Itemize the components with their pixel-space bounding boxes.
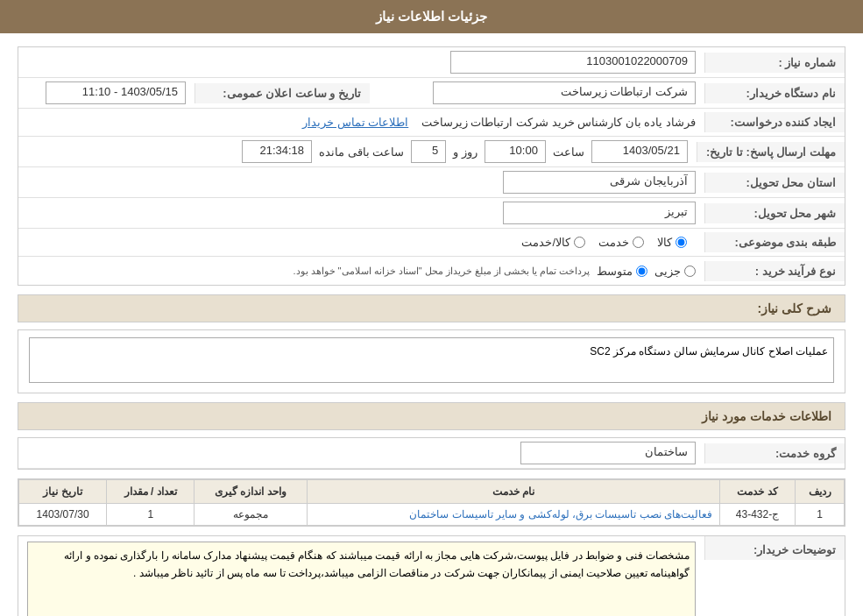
category-kala-khedmat-item: کالا/خدمت: [521, 236, 585, 249]
cell-name: فعالیت‌های نصب تاسیسات برق، لوله‌کشی و س…: [307, 504, 719, 526]
need-number-row: شماره نیاز : 1103001022000709: [18, 47, 845, 78]
category-value: کالا خدمت کالا/خدمت: [18, 229, 704, 256]
category-row: طبقه بندی موضوعی: کالا خدمت: [18, 229, 845, 257]
purchase-type-row: نوع فرآیند خرید : جزیی متوسط پرداخت تمام…: [18, 257, 845, 285]
table-header-row: ردیف کد خدمت نام خدمت واحد اندازه گیری ت…: [19, 480, 845, 504]
city-value: تبریز: [18, 198, 704, 228]
city-label: شهر محل تحویل:: [704, 203, 845, 223]
cell-code: ج-432-43: [719, 504, 795, 526]
deadline-value: 1403/05/21 ساعت 10:00 روز و 5 ساعت باقی …: [18, 137, 697, 166]
need-desc-row: عملیات اصلاح کانال سرمایش سالن دستگاه مر…: [18, 330, 845, 393]
purchase-jozii-item: جزیی: [654, 265, 696, 278]
col-header-code: کد خدمت: [719, 480, 795, 504]
category-kala-radio[interactable]: [676, 237, 687, 248]
deadline-remaining-label: ساعت باقی مانده: [319, 145, 404, 159]
purchase-note: پرداخت تمام یا بخشی از مبلغ خریداز محل "…: [293, 266, 590, 277]
deadline-days-field: 5: [411, 140, 446, 163]
deadline-date-field: 1403/05/21: [591, 140, 688, 163]
cell-date: 1403/07/30: [19, 504, 107, 526]
buyer-org-row: نام دستگاه خریدار: شرکت ارتباطات زیرساخت…: [18, 78, 845, 109]
province-row: استان محل تحویل: آذربایجان شرقی: [18, 167, 845, 198]
province-value: آذربایجان شرقی: [18, 167, 704, 197]
city-row: شهر محل تحویل: تبریز: [18, 198, 845, 229]
page-title: جزئیات اطلاعات نیاز: [376, 9, 487, 24]
purchase-motavasset-label: متوسط: [597, 265, 633, 278]
province-label: استان محل تحویل:: [704, 173, 845, 193]
col-header-name: نام خدمت: [307, 480, 719, 504]
deadline-time-label: ساعت: [553, 145, 584, 159]
category-kala-item: کالا: [657, 236, 687, 249]
buyer-org-value-wrap: شرکت ارتباطات زیرساخت: [370, 78, 704, 108]
need-desc-section-title: شرح کلی نیاز:: [18, 294, 845, 322]
deadline-label: مهلت ارسال پاسخ: تا تاریخ:: [697, 142, 845, 162]
purchase-motavasset-radio[interactable]: [636, 266, 647, 277]
cell-rownum: 1: [796, 504, 845, 526]
need-number-field: 1103001022000709: [450, 51, 696, 74]
col-header-rownum: ردیف: [796, 480, 845, 504]
city-field: تبریز: [503, 202, 696, 224]
purchase-type-value: جزیی متوسط پرداخت تمام یا بخشی از مبلغ خ…: [18, 261, 704, 281]
service-group-row: گروه خدمت: ساختمان: [18, 438, 845, 469]
page-header: جزئیات اطلاعات نیاز: [0, 0, 863, 33]
need-desc-textarea[interactable]: عملیات اصلاح کانال سرمایش سالن دستگاه مر…: [29, 337, 834, 383]
creator-label: ایجاد کننده درخواست:: [704, 112, 845, 132]
creator-value: فرشاد یاده بان کارشناس خرید شرکت ارتباطا…: [18, 112, 704, 132]
category-kala-khedmat-radio[interactable]: [574, 237, 585, 248]
need-number-label: شماره نیاز :: [704, 53, 845, 73]
buyer-desc-row: توضیحات خریدار: مشخصات فنی و ضوابط در فا…: [18, 536, 845, 616]
col-header-qty: تعداد / مقدار: [107, 480, 195, 504]
deadline-row: مهلت ارسال پاسخ: تا تاریخ: 1403/05/21 سا…: [18, 137, 845, 167]
cell-unit: مجموعه: [195, 504, 307, 526]
category-label: طبقه بندی موضوعی:: [704, 232, 845, 252]
services-title-label: اطلاعات خدمات مورد نیاز: [702, 409, 831, 423]
category-khedmat-label: خدمت: [598, 236, 629, 249]
province-field: آذربایجان شرقی: [503, 171, 696, 194]
services-table: ردیف کد خدمت نام خدمت واحد اندازه گیری ت…: [18, 479, 845, 526]
services-table-container: ردیف کد خدمت نام خدمت واحد اندازه گیری ت…: [18, 478, 845, 527]
service-group-value: ساختمان: [18, 438, 704, 468]
category-kala-label: کالا: [657, 236, 672, 249]
buyer-desc-section: توضیحات خریدار: مشخصات فنی و ضوابط در فا…: [18, 535, 845, 616]
buyer-desc-value: مشخصات فنی و ضوابط در فایل پیوست،شرکت ها…: [18, 536, 704, 616]
need-number-value: 1103001022000709: [18, 47, 704, 77]
category-khedmat-item: خدمت: [598, 236, 644, 249]
creator-row: ایجاد کننده درخواست: فرشاد یاده بان کارش…: [18, 109, 845, 137]
need-desc-title-label: شرح کلی نیاز:: [758, 301, 831, 315]
col-header-date: تاریخ نیاز: [19, 480, 107, 504]
announce-value-wrap: 1403/05/15 - 11:10: [18, 78, 195, 108]
main-info-section: شماره نیاز : 1103001022000709 نام دستگاه…: [18, 46, 845, 286]
buyer-desc-textarea[interactable]: مشخصات فنی و ضوابط در فایل پیوست،شرکت ها…: [27, 542, 696, 616]
announce-label: تاریخ و ساعت اعلان عمومی:: [195, 83, 370, 103]
need-desc-section: عملیات اصلاح کانال سرمایش سالن دستگاه مر…: [18, 329, 845, 393]
col-header-unit: واحد اندازه گیری: [195, 480, 307, 504]
need-desc-text: عملیات اصلاح کانال سرمایش سالن دستگاه مر…: [18, 330, 845, 393]
table-row: 1 ج-432-43 فعالیت‌های نصب تاسیسات برق، ل…: [19, 504, 845, 526]
deadline-remaining-field: 21:34:18: [242, 140, 312, 163]
purchase-motavasset-item: متوسط: [597, 265, 647, 278]
service-group-label: گروه خدمت:: [704, 443, 845, 464]
purchase-type-label: نوع فرآیند خرید :: [704, 261, 845, 281]
purchase-jozii-radio[interactable]: [684, 266, 696, 277]
service-group-field: ساختمان: [520, 442, 696, 464]
creator-link[interactable]: اطلاعات تماس خریدار: [302, 116, 408, 129]
deadline-days-label: روز و: [453, 145, 477, 159]
buyer-org-field: شرکت ارتباطات زیرساخت: [433, 81, 696, 104]
services-section-title: اطلاعات خدمات مورد نیاز: [18, 402, 845, 430]
deadline-time-field: 10:00: [485, 140, 546, 163]
category-kala-khedmat-label: کالا/خدمت: [521, 236, 570, 249]
buyer-org-label: نام دستگاه خریدار:: [704, 83, 845, 103]
buyer-desc-label: توضیحات خریدار:: [704, 536, 845, 560]
category-khedmat-radio[interactable]: [633, 237, 644, 248]
announce-field: 1403/05/15 - 11:10: [46, 81, 186, 104]
creator-text: فرشاد یاده بان کارشناس خرید شرکت ارتباطا…: [421, 116, 696, 129]
services-info-section: گروه خدمت: ساختمان: [18, 437, 845, 470]
purchase-jozii-label: جزیی: [654, 265, 681, 278]
cell-qty: 1: [107, 504, 195, 526]
